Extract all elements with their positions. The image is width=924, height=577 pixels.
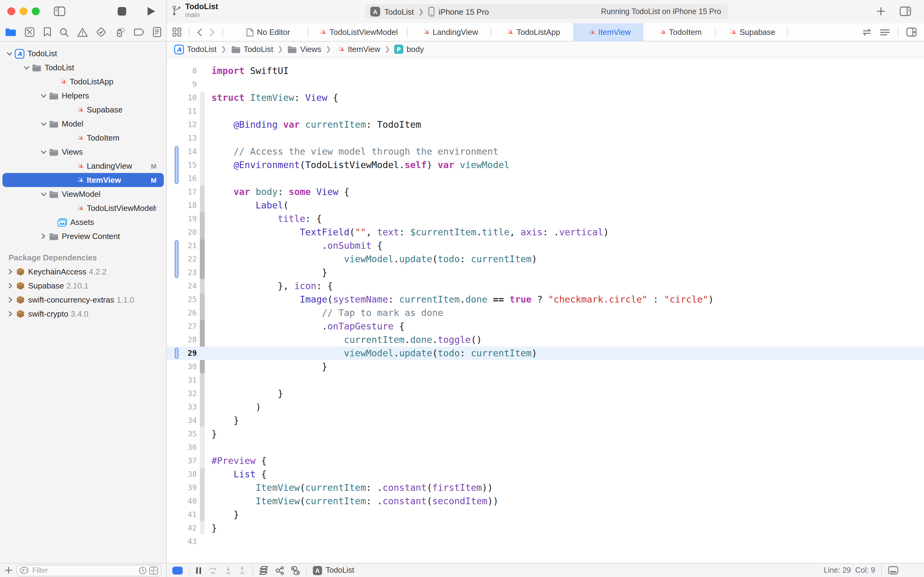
code-line[interactable]: 11 bbox=[166, 105, 924, 118]
run-button[interactable] bbox=[146, 6, 156, 16]
sidebar-item-assets[interactable]: Assets bbox=[0, 215, 166, 229]
issues-navigator-icon[interactable] bbox=[77, 27, 88, 37]
disclosure-closed-icon[interactable] bbox=[40, 233, 47, 239]
sidebar-item-helpers[interactable]: Helpers bbox=[0, 89, 166, 103]
code-line[interactable]: 43 bbox=[166, 535, 924, 548]
tab-no-editor[interactable]: No Editor bbox=[229, 23, 307, 41]
package-item-keychainaccess[interactable]: KeychainAccess4.2.2 bbox=[0, 265, 166, 279]
tab-supabase[interactable]: Supabase bbox=[716, 23, 787, 41]
disclosure-open-icon[interactable] bbox=[23, 64, 29, 71]
tab-todolistviewmodel[interactable]: TodoListViewModel bbox=[308, 23, 407, 41]
scheme-selector[interactable]: A TodoList ❯ iPhone 15 Pro bbox=[365, 7, 489, 16]
line-number[interactable]: 26 bbox=[172, 306, 197, 320]
disclosure-closed-icon[interactable] bbox=[7, 283, 13, 289]
code-line[interactable]: 32 } bbox=[166, 387, 924, 400]
add-editor-icon[interactable] bbox=[906, 27, 917, 37]
filter-field[interactable] bbox=[16, 564, 161, 576]
line-number[interactable]: 35 bbox=[172, 427, 197, 441]
tab-landingview[interactable]: LandingView bbox=[407, 23, 491, 41]
code-line[interactable]: 40 ItemView(currentItem: .constant(secon… bbox=[166, 495, 924, 508]
sidebar-item-preview-content[interactable]: Preview Content bbox=[0, 229, 166, 243]
disclosure-open-icon[interactable] bbox=[6, 50, 12, 56]
line-number[interactable]: 27 bbox=[172, 320, 197, 333]
line-number[interactable]: 11 bbox=[172, 105, 197, 118]
line-number[interactable]: 12 bbox=[172, 118, 197, 131]
line-number[interactable]: 25 bbox=[172, 293, 197, 306]
filter-scope-icon[interactable] bbox=[149, 566, 158, 574]
line-number[interactable]: 40 bbox=[172, 495, 197, 508]
code-line[interactable]: 14 // Access the view model through the … bbox=[166, 145, 924, 158]
sidebar-item-model[interactable]: Model bbox=[0, 117, 166, 131]
source-control-navigator-icon[interactable] bbox=[25, 27, 35, 37]
breadcrumb-itemview[interactable]: ItemView bbox=[335, 45, 380, 54]
line-number[interactable]: 8 bbox=[172, 64, 197, 77]
code-line[interactable]: 39 ItemView(currentItem: .constant(first… bbox=[166, 481, 924, 495]
code-line[interactable]: 19 title: { bbox=[166, 212, 924, 226]
code-line[interactable]: 41 } bbox=[166, 508, 924, 521]
find-navigator-icon[interactable] bbox=[59, 27, 69, 37]
line-number[interactable]: 17 bbox=[172, 185, 197, 199]
run-destination[interactable]: iPhone 15 Pro bbox=[438, 7, 489, 16]
code-line[interactable]: 25 Image(systemName: currentItem.done ==… bbox=[166, 293, 924, 306]
line-number[interactable]: 24 bbox=[172, 279, 197, 293]
code-line[interactable]: 31 bbox=[166, 374, 924, 387]
code-line[interactable]: 33 ) bbox=[166, 400, 924, 414]
swap-editors-icon[interactable] bbox=[862, 28, 872, 36]
code-line[interactable]: 15 @Environment(TodoListViewModel.self) … bbox=[166, 158, 924, 172]
breakpoints-toggle-icon[interactable] bbox=[172, 566, 183, 574]
sidebar-item-todolistviewmodel[interactable]: TodoListViewModelM bbox=[0, 201, 166, 215]
code-line[interactable]: 12 @Binding var currentItem: TodoItem bbox=[166, 118, 924, 131]
disclosure-closed-icon[interactable] bbox=[7, 311, 13, 317]
line-number[interactable]: 28 bbox=[172, 333, 197, 347]
code-line[interactable]: 18 Label( bbox=[166, 199, 924, 212]
code-line[interactable]: 37#Preview { bbox=[166, 454, 924, 467]
line-number[interactable]: 18 bbox=[172, 199, 197, 212]
stop-button[interactable] bbox=[118, 7, 127, 16]
line-number[interactable]: 19 bbox=[172, 212, 197, 226]
line-number[interactable]: 9 bbox=[172, 77, 197, 91]
disclosure-open-icon[interactable] bbox=[40, 191, 47, 197]
code-line[interactable]: 21 .onSubmit { bbox=[166, 239, 924, 253]
line-number[interactable]: 38 bbox=[172, 467, 197, 481]
line-number[interactable]: 36 bbox=[172, 441, 197, 454]
breakpoints-navigator-icon[interactable] bbox=[134, 28, 145, 36]
code-line[interactable]: 23 } bbox=[166, 266, 924, 279]
line-number[interactable]: 43 bbox=[172, 535, 197, 548]
tab-todolistapp[interactable]: TodoListApp bbox=[491, 23, 573, 41]
package-item-swift-crypto[interactable]: swift-crypto3.4.0 bbox=[0, 307, 166, 321]
code-line[interactable]: 24 }, icon: { bbox=[166, 279, 924, 293]
tests-navigator-icon[interactable] bbox=[96, 27, 107, 37]
window-minimize-button[interactable] bbox=[19, 7, 27, 15]
line-number[interactable]: 20 bbox=[172, 226, 197, 239]
breadcrumb-views[interactable]: Views bbox=[288, 45, 322, 54]
sidebar-item-viewmodel[interactable]: ViewModel bbox=[0, 187, 166, 201]
toggle-debug-area-icon[interactable] bbox=[888, 566, 898, 575]
back-icon[interactable] bbox=[197, 28, 202, 36]
disclosure-closed-icon[interactable] bbox=[7, 297, 13, 303]
forward-icon[interactable] bbox=[209, 28, 215, 36]
view-hierarchy-icon[interactable] bbox=[259, 566, 269, 575]
line-number[interactable]: 30 bbox=[172, 360, 197, 374]
code-line[interactable]: 16 bbox=[166, 172, 924, 185]
code-line[interactable]: 30 } bbox=[166, 360, 924, 374]
code-line[interactable]: 13 bbox=[166, 131, 924, 145]
code-line-current[interactable]: 29 viewModel.update(todo: currentItem) bbox=[166, 347, 924, 360]
line-number[interactable]: 42 bbox=[172, 521, 197, 535]
source-control-change-bar[interactable] bbox=[175, 348, 179, 359]
sidebar-item-supabase[interactable]: Supabase bbox=[0, 103, 166, 117]
line-number[interactable]: 32 bbox=[172, 387, 197, 400]
breadcrumb-body[interactable]: Pbody bbox=[394, 45, 424, 54]
line-number[interactable]: 34 bbox=[172, 414, 197, 427]
disclosure-open-icon[interactable] bbox=[40, 149, 47, 155]
step-out-icon[interactable] bbox=[238, 566, 246, 575]
sidebar-item-todolistapp[interactable]: TodoListApp bbox=[0, 74, 166, 89]
step-over-icon[interactable] bbox=[208, 566, 218, 575]
line-number[interactable]: 37 bbox=[172, 454, 197, 467]
code-line[interactable]: 10struct ItemView: View { bbox=[166, 91, 924, 105]
sidebar-item-views[interactable]: Views bbox=[0, 145, 166, 159]
code-line[interactable]: 20 TextField("", text: $currentItem.titl… bbox=[166, 226, 924, 239]
tab-todoitem[interactable]: TodoItem bbox=[644, 23, 715, 41]
code-line[interactable]: 8import SwiftUI bbox=[166, 64, 924, 77]
line-number[interactable]: 10 bbox=[172, 91, 197, 105]
toggle-left-sidebar-icon[interactable] bbox=[54, 6, 65, 16]
